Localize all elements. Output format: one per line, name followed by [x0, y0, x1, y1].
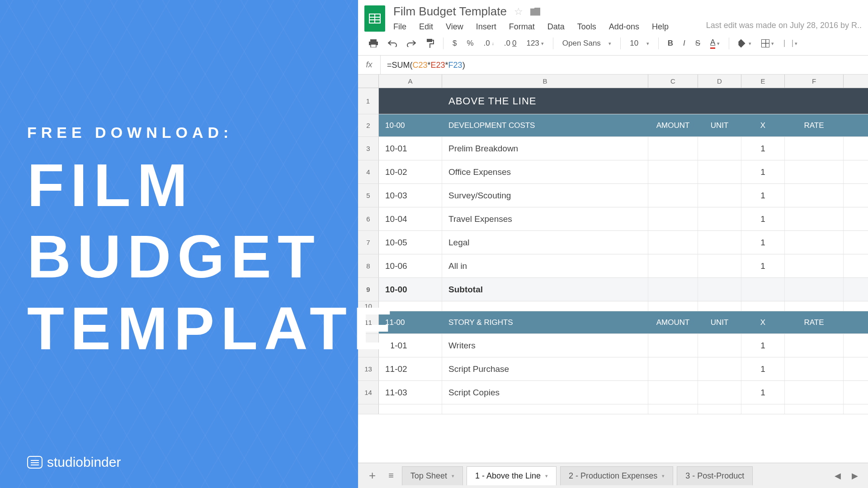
row-header[interactable]: 8 [358, 254, 379, 277]
row-header[interactable]: 14 [358, 381, 379, 404]
col-header-b[interactable]: B [442, 75, 648, 88]
cell[interactable] [648, 278, 698, 301]
cell[interactable] [741, 301, 785, 311]
cell[interactable] [698, 254, 741, 277]
bold-button[interactable]: B [665, 37, 676, 50]
cell[interactable] [698, 278, 741, 301]
menu-view[interactable]: View [446, 22, 463, 32]
more-formats-button[interactable]: 123▾ [524, 37, 546, 50]
row-header[interactable]: 1 [358, 88, 379, 114]
font-family-select[interactable]: Open Sans ▾ [560, 37, 614, 50]
star-icon[interactable]: ☆ [514, 6, 523, 18]
strike-button[interactable]: S [693, 37, 703, 50]
cell[interactable]: X [741, 311, 785, 333]
cell[interactable]: 1 [741, 160, 785, 183]
cell[interactable] [785, 184, 844, 207]
row-header[interactable]: 2 [358, 114, 379, 136]
menu-help[interactable]: Help [652, 22, 669, 32]
percent-button[interactable]: % [464, 37, 476, 50]
cell[interactable]: 10-03 [379, 184, 442, 207]
decrease-decimal-button[interactable]: .0↓ [481, 37, 497, 50]
document-title[interactable]: Film Budget Template [393, 5, 507, 19]
tab-top-sheet[interactable]: Top Sheet▾ [402, 466, 463, 485]
undo-icon[interactable] [385, 38, 400, 49]
cell[interactable]: Writers [442, 334, 648, 357]
cell[interactable] [698, 404, 741, 414]
cell[interactable] [648, 381, 698, 404]
cell[interactable] [442, 404, 648, 414]
cell[interactable]: All in [442, 254, 648, 277]
cell[interactable] [785, 160, 844, 183]
cell[interactable] [698, 88, 741, 114]
cell[interactable]: Travel Expenses [442, 207, 648, 230]
col-header-c[interactable]: C [648, 75, 698, 88]
cell[interactable]: UNIT [698, 311, 741, 333]
cell[interactable] [785, 254, 844, 277]
cell[interactable] [379, 88, 442, 114]
cell[interactable]: 1 [741, 137, 785, 160]
cell[interactable] [741, 278, 785, 301]
cell[interactable]: Script Copies [442, 381, 648, 404]
cell[interactable]: 10-05 [379, 231, 442, 254]
cell[interactable]: 1 [741, 207, 785, 230]
cell[interactable] [442, 301, 648, 311]
increase-decimal-button[interactable]: .00 [501, 37, 519, 50]
cell[interactable]: 10-06 [379, 254, 442, 277]
cell[interactable]: 1 [741, 357, 785, 380]
borders-button[interactable]: ▾ [759, 38, 777, 49]
add-sheet-button[interactable]: + [364, 469, 380, 483]
cell[interactable]: Office Expenses [442, 160, 648, 183]
cell[interactable]: 1 [741, 231, 785, 254]
cell[interactable] [698, 381, 741, 404]
cell[interactable]: RATE [785, 114, 844, 136]
cell[interactable] [741, 404, 785, 414]
tab-production-expenses[interactable]: 2 - Production Expenses▾ [560, 466, 673, 485]
cell[interactable] [648, 184, 698, 207]
cell[interactable]: STORY & RIGHTS [442, 311, 648, 333]
cell[interactable] [648, 137, 698, 160]
col-header-a[interactable]: A [379, 75, 442, 88]
cell[interactable] [698, 301, 741, 311]
cell[interactable] [698, 160, 741, 183]
cell[interactable]: RATE [785, 311, 844, 333]
cell[interactable]: Survey/Scouting [442, 184, 648, 207]
cell[interactable]: 1 [741, 334, 785, 357]
cell[interactable]: X [741, 114, 785, 136]
cell[interactable] [648, 254, 698, 277]
formula-input[interactable]: =SUM(C23*E23*F23) [381, 60, 472, 70]
fill-color-button[interactable]: ▾ [736, 38, 754, 50]
cell[interactable] [648, 207, 698, 230]
cell[interactable] [785, 334, 844, 357]
paint-format-icon[interactable] [423, 37, 437, 50]
cell[interactable] [785, 381, 844, 404]
merge-cells-button[interactable]: ▾ [781, 38, 800, 49]
cell[interactable] [785, 278, 844, 301]
cell[interactable] [648, 231, 698, 254]
tab-above-the-line[interactable]: 1 - Above the Line▾ [467, 466, 557, 485]
cell[interactable]: 10-04 [379, 207, 442, 230]
cell[interactable]: ABOVE THE LINE [442, 88, 648, 114]
cell[interactable] [648, 357, 698, 380]
cell[interactable] [698, 137, 741, 160]
cell[interactable]: 11-03 [379, 381, 442, 404]
folder-icon[interactable] [530, 8, 540, 16]
cell[interactable]: UNIT [698, 114, 741, 136]
menu-format[interactable]: Format [509, 22, 535, 32]
cell[interactable]: 10-01 [379, 137, 442, 160]
text-color-button[interactable]: A▾ [708, 36, 722, 51]
cell[interactable]: Subtotal [442, 278, 648, 301]
cell[interactable]: AMOUNT [648, 311, 698, 333]
select-all-corner[interactable] [358, 75, 379, 88]
cell[interactable] [698, 231, 741, 254]
menu-data[interactable]: Data [547, 22, 565, 32]
last-edit-text[interactable]: Last edit was made on July 28, 2016 by R… [706, 5, 862, 30]
print-icon[interactable] [366, 38, 381, 49]
cell[interactable] [785, 404, 844, 414]
cell[interactable] [785, 207, 844, 230]
menu-file[interactable]: File [393, 22, 406, 32]
italic-button[interactable]: I [680, 37, 688, 50]
cell[interactable]: 1 [741, 381, 785, 404]
col-header-f[interactable]: F [785, 75, 844, 88]
menu-addons[interactable]: Add-ons [609, 22, 639, 32]
cell[interactable] [698, 184, 741, 207]
